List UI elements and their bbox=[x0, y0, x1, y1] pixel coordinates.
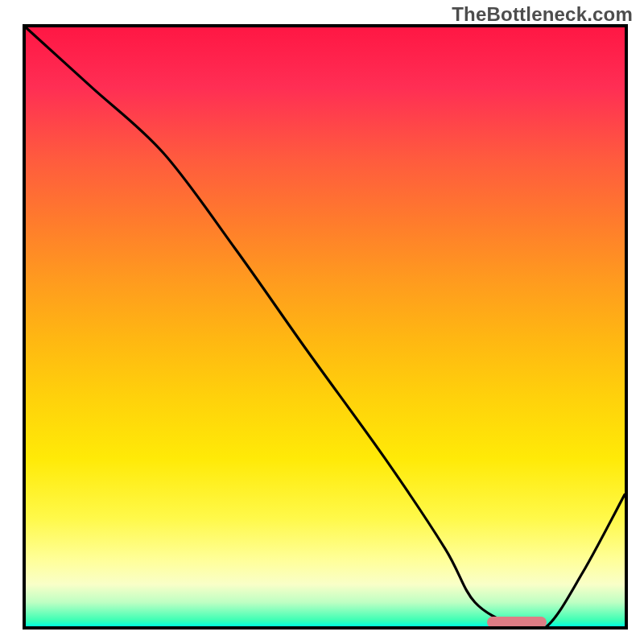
chart-container: TheBottleneck.com bbox=[0, 0, 644, 644]
optimal-range-marker bbox=[487, 617, 547, 628]
plot-area bbox=[23, 24, 628, 630]
bottleneck-curve bbox=[26, 27, 625, 626]
watermark-text: TheBottleneck.com bbox=[452, 3, 633, 26]
